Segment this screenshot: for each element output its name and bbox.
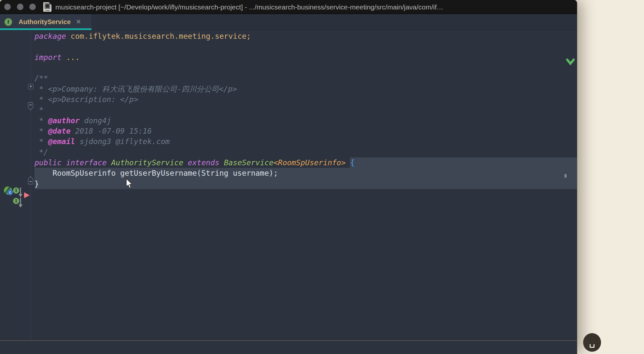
mouse-cursor: [126, 178, 133, 189]
code-token: package: [35, 31, 71, 41]
code-token: RoomSpUserinfo getUserByUsername(String …: [35, 168, 278, 178]
inspection-status-icon[interactable]: [566, 58, 575, 67]
code-token: 2018 -07-09 15:16: [71, 126, 152, 136]
code-line[interactable]: * @author dong4j: [35, 115, 577, 126]
zoom-button[interactable]: [29, 4, 36, 10]
code-token: <RoomSpUserinfo>: [273, 157, 346, 168]
code-token: @date: [48, 126, 71, 136]
fold-collapse-end-icon[interactable]: −: [27, 176, 34, 185]
class-badge-icon: c: [7, 189, 13, 195]
close-button[interactable]: [4, 4, 11, 10]
code-token: BaseService: [224, 157, 273, 168]
interface-icon: I: [5, 18, 12, 26]
run-marker-arrow-icon[interactable]: [24, 192, 30, 198]
code-token: interface: [66, 157, 107, 168]
code-token: [183, 157, 188, 168]
selection-caret-mark: [565, 174, 567, 178]
code-line[interactable]: * <p>Company: 科大讯飞股份有限公司-四川分公司</p>: [35, 84, 577, 94]
ide-window: JAVA musicsearch-project [~/Develop/work…: [0, 0, 577, 354]
titlebar[interactable]: JAVA musicsearch-project [~/Develop/work…: [0, 0, 577, 14]
code-line[interactable]: package com.iflytek.musicsearch.meeting.…: [35, 31, 577, 41]
file-icon-square: [45, 4, 50, 8]
code-token: [107, 157, 111, 168]
tab-label: AuthorityService: [19, 18, 71, 26]
code-editor: package com.iflytek.musicsearch.meeting.…: [0, 30, 577, 340]
fold-expand-icon[interactable]: +: [28, 84, 34, 89]
code-token: [62, 52, 66, 63]
implemented-marker-icon[interactable]: I: [13, 187, 22, 198]
java-file-icon[interactable]: JAVA: [43, 2, 51, 12]
tab-authorityservice[interactable]: I AuthorityService ✕: [0, 14, 91, 30]
code-token: *: [35, 115, 48, 126]
down-arrow-icon: [19, 198, 22, 208]
code-token: [219, 157, 224, 168]
code-token: {: [350, 158, 355, 167]
code-line[interactable]: public interface AuthorityService extend…: [35, 157, 577, 168]
code-token: }: [35, 179, 39, 189]
editor-tab-bar: I AuthorityService ✕: [0, 14, 577, 30]
code-token: extends: [188, 157, 219, 168]
code-line[interactable]: * @date 2018 -07-09 15:16: [35, 126, 577, 136]
code-token: [62, 157, 66, 168]
code-line[interactable]: import ...: [35, 52, 577, 63]
file-icon-label: JAVA: [43, 9, 51, 11]
code-line[interactable]: RoomSpUserinfo getUserByUsername(String …: [35, 168, 577, 178]
tab-close-icon[interactable]: ✕: [76, 19, 81, 25]
code-token: *: [35, 136, 48, 147]
code-lines: package com.iflytek.musicsearch.meeting.…: [31, 30, 577, 189]
code-token: *: [35, 126, 48, 136]
dock-bubble-glyph: [590, 344, 595, 348]
minimize-button[interactable]: [17, 4, 23, 10]
code-line[interactable]: * @email sjdong3 @iflytek.com: [35, 136, 577, 147]
code-token: ...: [66, 52, 80, 63]
code-line[interactable]: *: [35, 105, 577, 115]
code-line[interactable]: }: [35, 179, 577, 189]
code-token: com.iflytek.musicsearch.meeting.service;: [71, 31, 251, 41]
code-token: /**: [35, 73, 48, 83]
selection-tail: {: [350, 157, 577, 168]
code-token: AuthorityService: [111, 157, 183, 168]
code-line[interactable]: [35, 41, 577, 52]
down-arrow-icon: [19, 187, 22, 198]
code-token: public: [35, 157, 62, 168]
window-title: musicsearch-project [~/Develop/work/ifly…: [55, 0, 443, 14]
implemented-marker-icon[interactable]: I: [13, 198, 22, 208]
code-token: *: [35, 105, 44, 115]
code-line[interactable]: */: [35, 147, 577, 157]
code-line[interactable]: [35, 63, 577, 73]
code-token: @author: [48, 115, 80, 126]
code-token: [346, 157, 350, 168]
code-line[interactable]: /**: [35, 73, 577, 83]
code-token: import: [35, 52, 62, 63]
dock-notification-bubble[interactable]: [583, 333, 601, 352]
code-token: * <p>Description: </p>: [35, 94, 138, 105]
status-bar-stub: [0, 341, 577, 354]
code-token: * <p>Company: 科大讯飞股份有限公司-四川分公司</p>: [35, 84, 237, 94]
code-token: sjdong3 @iflytek.com: [75, 136, 170, 147]
code-line[interactable]: * <p>Description: </p>: [35, 94, 577, 105]
fold-collapse-start-icon[interactable]: −: [27, 102, 34, 111]
code-token: */: [35, 147, 48, 157]
code-token: @email: [48, 136, 75, 147]
code-token: dong4j: [79, 115, 111, 126]
